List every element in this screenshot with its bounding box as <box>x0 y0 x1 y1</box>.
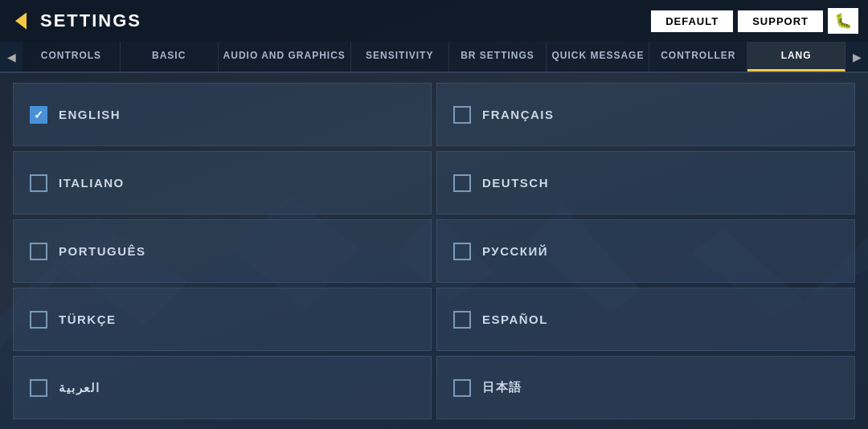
lang-item-russian[interactable]: РУССКИЙ <box>436 219 855 283</box>
lang-label-russian: РУССКИЙ <box>482 244 548 258</box>
lang-label-deutsch: DEUTSCH <box>482 176 549 190</box>
checkbox-english[interactable] <box>30 106 47 124</box>
support-button[interactable]: SUPPORT <box>738 10 823 32</box>
tab-basic[interactable]: BASIC <box>121 42 219 72</box>
checkbox-japanese[interactable] <box>453 379 471 397</box>
back-button[interactable] <box>10 10 32 32</box>
lang-label-english: ENGLISH <box>59 108 121 121</box>
checkbox-portugues[interactable] <box>30 243 47 260</box>
lang-item-espanol[interactable]: ESPAÑOL <box>436 288 855 351</box>
checkbox-italiano[interactable] <box>30 174 47 192</box>
lang-item-turkce[interactable]: TÜRKÇE <box>13 288 432 351</box>
app-container: SETTINGS DEFAULT SUPPORT 🐛 ◀ CONTROLS BA… <box>0 0 868 429</box>
lang-label-espanol: ESPAÑOL <box>482 313 548 326</box>
lang-item-italiano[interactable]: ITALIANO <box>13 151 432 214</box>
tab-lang[interactable]: LANG <box>747 42 845 72</box>
lang-item-arabic[interactable]: العربية <box>13 356 432 419</box>
lang-label-japanese: 日本語 <box>482 380 522 395</box>
checkbox-arabic[interactable] <box>30 379 47 397</box>
checkbox-deutsch[interactable] <box>453 174 471 192</box>
top-bar-right: DEFAULT SUPPORT 🐛 <box>651 8 858 34</box>
lang-item-portugues[interactable]: PORTUGUÊS <box>13 219 432 283</box>
tab-controls[interactable]: CONTROLS <box>23 42 121 72</box>
page-title: SETTINGS <box>40 10 141 31</box>
lang-item-deutsch[interactable]: DEUTSCH <box>436 151 855 214</box>
checkbox-russian[interactable] <box>453 243 471 260</box>
lang-item-japanese[interactable]: 日本語 <box>436 356 855 419</box>
tab-sensitivity[interactable]: SENSITIVITY <box>351 42 449 72</box>
lang-item-francais[interactable]: FRANÇAIS <box>436 83 855 146</box>
lang-label-arabic: العربية <box>59 381 100 395</box>
checkbox-espanol[interactable] <box>453 311 471 329</box>
checkbox-turkce[interactable] <box>30 311 47 329</box>
tab-scroll-right[interactable]: ▶ <box>845 42 868 72</box>
svg-marker-2 <box>15 13 27 30</box>
checkbox-francais[interactable] <box>453 106 471 124</box>
tab-audio-and-graphics[interactable]: AUDIO AND GRAPHICS <box>219 42 351 72</box>
top-bar-left: SETTINGS <box>10 10 141 32</box>
bug-icon: 🐛 <box>834 12 852 30</box>
lang-label-turkce: TÜRKÇE <box>59 313 117 326</box>
lang-item-english[interactable]: ENGLISH <box>13 83 432 146</box>
main-content: ENGLISH FRANÇAIS ITALIANO DEUTSCH PORTUG… <box>0 73 868 429</box>
default-button[interactable]: DEFAULT <box>651 10 733 32</box>
top-bar: SETTINGS DEFAULT SUPPORT 🐛 <box>0 0 868 42</box>
bug-report-button[interactable]: 🐛 <box>828 8 858 34</box>
tab-bar: ◀ CONTROLS BASIC AUDIO AND GRAPHICS SENS… <box>0 42 868 73</box>
lang-label-francais: FRANÇAIS <box>482 108 555 121</box>
tab-quick-message[interactable]: QUICK MESSAGE <box>547 42 649 72</box>
tab-controller[interactable]: CONTROLLER <box>649 42 747 72</box>
language-grid: ENGLISH FRANÇAIS ITALIANO DEUTSCH PORTUG… <box>13 83 855 419</box>
lang-label-italiano: ITALIANO <box>59 176 125 190</box>
lang-label-portugues: PORTUGUÊS <box>59 244 146 258</box>
tab-br-settings[interactable]: BR SETTINGS <box>449 42 547 72</box>
tab-scroll-left[interactable]: ◀ <box>0 42 23 72</box>
